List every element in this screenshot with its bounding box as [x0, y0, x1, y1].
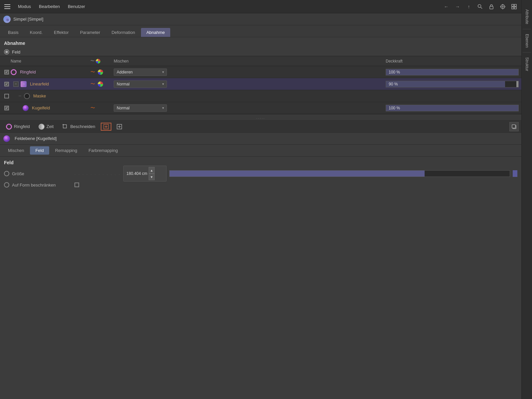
groesse-bar[interactable]: [169, 170, 510, 177]
up-icon[interactable]: ↑: [464, 2, 473, 11]
zeit-tab-btn[interactable]: Zeit: [35, 122, 57, 131]
mischen-dropdown-linearfeld[interactable]: Normal: [114, 80, 167, 88]
zeit-tab-icon: [39, 124, 45, 130]
wave-header-icon: 〜: [90, 58, 94, 64]
add-field2-btn[interactable]: [113, 123, 125, 131]
add-field-icon: [103, 124, 109, 129]
svg-rect-25: [512, 125, 515, 128]
tab-koord[interactable]: Koord.: [25, 28, 48, 37]
table-row[interactable]: Kugelfeld 〜 Normal 100 %: [0, 102, 521, 114]
kugel-icon-small: [3, 135, 10, 142]
svg-rect-9: [512, 4, 514, 6]
add-field-btn[interactable]: [101, 123, 111, 131]
groesse-radio[interactable]: [4, 171, 9, 176]
sidebar-divider: [523, 29, 531, 29]
ringfeld-tab-btn[interactable]: Ringfeld: [3, 122, 33, 131]
lock-icon[interactable]: [487, 2, 496, 11]
forward-icon[interactable]: →: [453, 2, 462, 11]
auf-form-radio[interactable]: [4, 182, 9, 188]
tree-expand-linearfeld[interactable]: −: [13, 81, 19, 87]
auf-form-checkbox[interactable]: [74, 183, 79, 187]
beschneiden-tab-btn[interactable]: Beschneiden: [59, 122, 98, 131]
groesse-value: 180.404 cm: [126, 171, 147, 176]
maske-icon: [24, 93, 30, 99]
groesse-increment[interactable]: ▲: [149, 167, 155, 174]
field-table: Name 〜 Mischen Deckkraft: [0, 56, 521, 114]
ringfeld-tab-icon: [6, 124, 12, 130]
tab-effektor[interactable]: Effektor: [49, 28, 74, 37]
svg-rect-15: [63, 125, 66, 128]
bottom-tabs-row: Ringfeld Zeit Beschneiden: [0, 121, 521, 133]
progress-handle[interactable]: [516, 81, 518, 87]
table-row[interactable]: − → Linearfeld 〜 Normal: [0, 78, 521, 90]
groesse-property-row: Größe . . . . . . . . . . . . 180.404 cm…: [4, 169, 517, 179]
tab-mischen[interactable]: Mischen: [3, 146, 29, 155]
tab-parameter[interactable]: Parameter: [75, 28, 106, 37]
col-deckkraft-header: Deckkraft: [386, 59, 403, 64]
color-icon: [98, 69, 103, 75]
second-tabbar: Mischen Feld Remapping Farbremapping: [0, 145, 521, 157]
kugelfeld-name: Kugelfeld: [32, 105, 50, 110]
checkbox-icon: [4, 82, 9, 86]
tab-farbremapping[interactable]: Farbremapping: [83, 146, 123, 155]
dot-separator: . . . . . . . . . . . .: [74, 172, 121, 176]
linearfeld-name: Linearfeld: [30, 81, 49, 86]
menu-modus[interactable]: Modus: [15, 3, 34, 10]
linearfeld-icon: →: [21, 81, 27, 87]
maske-name: Maske: [33, 93, 46, 98]
copy-icon-btn[interactable]: [509, 122, 519, 131]
groesse-decrement[interactable]: ▼: [149, 174, 155, 180]
add-field2-icon: [117, 124, 122, 129]
mischen-dropdown-ringfeld[interactable]: Addieren: [114, 68, 167, 76]
row-checkbox-ringfeld[interactable]: [3, 70, 11, 74]
color-header-icon: [96, 59, 100, 64]
svg-rect-11: [512, 7, 514, 9]
feldebene-row: Feldebene [Kugelfeld]: [0, 133, 521, 145]
hamburger-menu[interactable]: [3, 2, 12, 11]
tab-abnahme[interactable]: Abnahme: [141, 28, 170, 37]
tab-feld[interactable]: Feld: [30, 146, 49, 155]
table-row[interactable]: Maske: [0, 90, 521, 102]
feld-radio-label: Feld: [12, 50, 20, 55]
feld-radio[interactable]: [4, 49, 9, 55]
separator-dots: .....: [256, 115, 265, 120]
sidebar-ebenen[interactable]: Ebenen: [523, 31, 531, 50]
feldebene-title: Feldebene [Kugelfeld]: [15, 136, 57, 141]
table-row[interactable]: Ringfeld 〜 Addieren 100 %: [0, 66, 521, 78]
grid-icon[interactable]: [509, 2, 519, 11]
row-checkbox-maske[interactable]: [3, 94, 11, 98]
sidebar-divider: [523, 52, 531, 53]
target-icon[interactable]: [498, 2, 507, 11]
tabbar: Basis Koord. Effektor Parameter Deformat…: [0, 25, 521, 37]
groesse-label: Größe: [12, 171, 72, 176]
menu-bearbeiten[interactable]: Bearbeiten: [36, 3, 63, 10]
row-checkbox-kugelfeld[interactable]: [3, 106, 11, 110]
abnahme-section-header: Abnahme: [0, 37, 521, 48]
deckkraft-bar-linearfeld[interactable]: 90 %: [386, 81, 519, 87]
mischen-dropdown-kugelfeld[interactable]: Normal: [114, 104, 167, 112]
separator-area: .....: [0, 114, 521, 121]
menu-benutzer[interactable]: Benutzer: [65, 3, 88, 10]
auf-form-row: Auf Form beschränken: [4, 180, 517, 190]
sidebar-attribute[interactable]: Attribute: [523, 7, 531, 27]
ringfeld-name: Ringfeld: [20, 69, 36, 74]
checkbox-icon: [4, 70, 9, 74]
beschneiden-tab-label: Beschneiden: [70, 124, 95, 129]
wave-icon: 〜: [90, 105, 95, 111]
feld-radio-row: Feld: [0, 48, 521, 56]
sidebar-struktur[interactable]: Struktur: [523, 55, 531, 74]
menubar: Modus Bearbeiten Benutzer ← → ↑: [0, 0, 521, 13]
svg-rect-2: [490, 6, 493, 9]
deckkraft-bar-ringfeld[interactable]: 100 %: [386, 69, 519, 75]
groesse-value-input[interactable]: 180.404 cm ▲ ▼: [123, 166, 167, 182]
tab-basis[interactable]: Basis: [3, 28, 24, 37]
zeit-tab-label: Zeit: [47, 124, 54, 129]
back-icon[interactable]: ←: [442, 2, 451, 11]
deckkraft-bar-kugelfeld[interactable]: 100 %: [386, 105, 519, 111]
tab-deformation[interactable]: Deformation: [106, 28, 140, 37]
row-checkbox-linearfeld[interactable]: [3, 82, 11, 86]
search-icon[interactable]: [475, 2, 485, 11]
svg-rect-10: [514, 4, 516, 6]
tab-remapping[interactable]: Remapping: [50, 146, 83, 155]
main-area: Modus Bearbeiten Benutzer ← → ↑: [0, 0, 521, 399]
